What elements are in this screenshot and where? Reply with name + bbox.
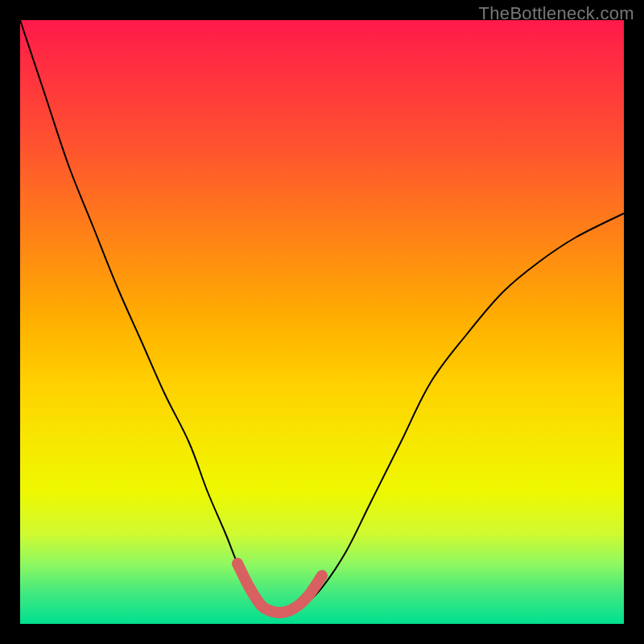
curve-left-black	[20, 20, 262, 606]
curve-valley-highlight	[237, 564, 322, 613]
plot-area	[20, 20, 624, 624]
chart-svg	[20, 20, 624, 624]
curve-right-black	[304, 213, 625, 606]
chart-stage: TheBottleneck.com	[0, 0, 644, 644]
watermark-text: TheBottleneck.com	[479, 3, 634, 24]
